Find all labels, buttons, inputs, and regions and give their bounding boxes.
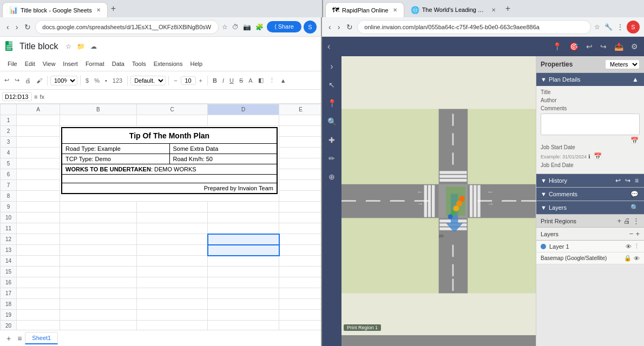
cloud-btn[interactable]: ☁ — [89, 42, 98, 51]
basemap-lock-btn[interactable]: 🔒 — [624, 255, 632, 262]
reload-btn-right[interactable]: ↻ — [344, 22, 355, 32]
rp-location-btn[interactable]: 📍 — [550, 41, 564, 52]
cell-d9[interactable] — [208, 202, 279, 212]
cell-a4[interactable] — [17, 148, 60, 158]
forward-btn-right[interactable]: › — [336, 22, 343, 32]
cell-d15[interactable] — [208, 267, 279, 277]
cell-a6[interactable] — [17, 169, 60, 180]
col-header-d[interactable]: D — [208, 104, 279, 115]
menu-format[interactable]: Format — [82, 59, 108, 68]
cell-d10[interactable] — [208, 212, 279, 223]
user-avatar-right[interactable]: S — [627, 21, 640, 34]
cell-e4[interactable] — [279, 148, 321, 158]
paint-format-btn[interactable]: 🖌 — [34, 76, 44, 85]
collapse-layers-btn[interactable]: − — [629, 230, 634, 238]
history-header[interactable]: ▼ History ↩ ↪ ≡ — [536, 174, 644, 187]
history-btn[interactable]: ⏱ — [231, 22, 240, 32]
user-avatar-left[interactable]: S — [304, 21, 317, 34]
sheets-doc-title[interactable]: Title block — [19, 42, 58, 51]
share-button[interactable]: ⟨ Share — [267, 21, 301, 32]
print-btn[interactable]: 🖨 — [23, 76, 33, 85]
rp-target-btn[interactable]: 🎯 — [567, 41, 581, 52]
cell-d1[interactable] — [208, 115, 279, 126]
rp-zoom-tool[interactable]: 🔍 — [324, 114, 340, 130]
font-size-input[interactable] — [181, 76, 196, 85]
cell-a14[interactable] — [17, 256, 60, 267]
cell-e12[interactable] — [279, 234, 321, 245]
history-redo-btn[interactable]: ↪ — [624, 177, 632, 184]
cell-a1[interactable] — [17, 115, 60, 126]
cell-b10[interactable] — [60, 212, 137, 223]
sheet-tab-sheet1[interactable]: Sheet1 — [25, 332, 58, 344]
menu-btn-right[interactable]: ⋮ — [616, 22, 625, 32]
left-tab-active[interactable]: 📊 Title block - Google Sheets ✕ — [2, 2, 108, 17]
menu-edit[interactable]: Edit — [22, 59, 38, 68]
cell-a15[interactable] — [17, 267, 60, 277]
url-input-right[interactable] — [357, 20, 591, 34]
more-btn[interactable]: ⋮ — [267, 76, 277, 85]
cell-e15[interactable] — [279, 267, 321, 277]
spreadsheet-grid[interactable]: A B C D E 1 — [0, 104, 321, 330]
url-input-left[interactable] — [35, 20, 218, 34]
cell-a10[interactable] — [17, 212, 60, 223]
comments-header[interactable]: ▼ Comments 💬 — [536, 188, 644, 201]
percent-btn[interactable]: % — [92, 76, 102, 85]
cell-d14[interactable] — [208, 256, 279, 267]
cell-b15[interactable] — [60, 267, 137, 277]
cell-e6[interactable] — [279, 169, 321, 180]
cell-b12[interactable] — [60, 234, 137, 245]
comments-calendar-btn[interactable]: 📅 — [629, 137, 640, 144]
cell-e1[interactable] — [279, 115, 321, 126]
cell-c13[interactable] — [136, 245, 208, 256]
menu-file[interactable]: File — [4, 59, 21, 68]
cell-a8[interactable] — [17, 191, 60, 202]
col-header-c[interactable]: C — [136, 104, 208, 115]
rp-redo-btn[interactable]: ↪ — [597, 41, 609, 52]
cell-c14[interactable] — [136, 256, 208, 267]
bookmark-btn[interactable]: ☆ — [221, 22, 229, 32]
cell-e10[interactable] — [279, 212, 321, 223]
add-layer-btn[interactable]: + — [635, 230, 640, 238]
cell-a12[interactable] — [17, 234, 60, 245]
cell-a13[interactable] — [17, 245, 60, 256]
rp-map-area[interactable]: ← → ← → 20 Print Region 1 — [341, 56, 536, 346]
job-start-info-btn[interactable]: ℹ — [588, 154, 590, 159]
menu-tools[interactable]: Tools — [129, 59, 149, 68]
sheet-list-btn[interactable]: ≡ — [15, 334, 24, 343]
cell-c10[interactable] — [136, 212, 208, 223]
layer-1-more-btn[interactable]: ⋮ — [634, 243, 640, 250]
add-print-region-btn[interactable]: + — [617, 217, 621, 225]
cell-a9[interactable] — [17, 202, 60, 212]
decrease-font-btn[interactable]: − — [172, 76, 179, 85]
right-tab-2[interactable]: 🌐 The World's Leading Traffic Co... ✕ — [404, 2, 502, 17]
cell-reference-input[interactable] — [2, 92, 32, 101]
bold-btn[interactable]: B — [211, 76, 219, 85]
cell-b14[interactable] — [60, 256, 137, 267]
star-btn[interactable]: ☆ — [64, 42, 73, 51]
menu-help[interactable]: Help — [187, 59, 206, 68]
reload-btn-left[interactable]: ↻ — [22, 22, 33, 32]
cell-e2[interactable] — [279, 126, 321, 137]
undo-btn[interactable]: ↩ — [2, 76, 11, 85]
right-tab-1-active[interactable]: 🗺 RapidPlan Online ✕ — [325, 2, 404, 17]
cell-b1[interactable] — [60, 115, 137, 126]
menu-insert[interactable]: Insert — [60, 59, 81, 68]
cell-b11[interactable] — [60, 223, 137, 234]
collapse-toolbar-btn[interactable]: ▲ — [278, 76, 288, 85]
cell-a5[interactable] — [17, 158, 60, 169]
cell-e13[interactable] — [279, 245, 321, 256]
cell-c11[interactable] — [136, 223, 208, 234]
fill-color-btn[interactable]: ◧ — [256, 76, 266, 85]
move-btn[interactable]: 📁 — [76, 42, 86, 51]
layers-header[interactable]: ▼ Layers 🔍 — [536, 201, 644, 214]
text-color-btn[interactable]: A — [246, 76, 254, 85]
currency-btn[interactable]: $ — [83, 76, 91, 85]
extensions-btn-right[interactable]: 🔧 — [603, 22, 614, 32]
cell-d11[interactable] — [208, 223, 279, 234]
add-sheet-btn[interactable]: + — [4, 334, 13, 343]
cell-c12[interactable] — [136, 234, 208, 245]
forward-btn-left[interactable]: › — [14, 22, 21, 32]
layers-search-btn[interactable]: 🔍 — [629, 204, 640, 211]
col-header-e[interactable]: E — [279, 104, 321, 115]
cell-b9[interactable] — [60, 202, 137, 212]
